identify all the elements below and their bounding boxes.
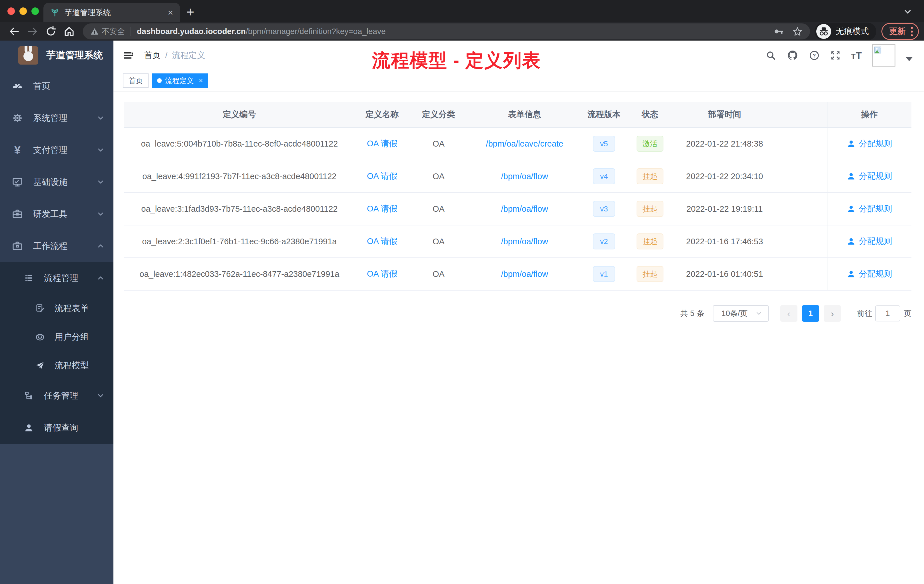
form-link[interactable]: /bpm/oa/flow — [501, 269, 548, 279]
sidebar-item-system[interactable]: 系统管理 — [0, 102, 114, 134]
update-label: 更新 — [889, 26, 906, 37]
version-badge: v2 — [593, 233, 615, 249]
hamburger-icon[interactable] — [123, 50, 134, 61]
form-link[interactable]: /bpm/oa/flow — [501, 172, 548, 181]
definition-name-link[interactable]: OA 请假 — [367, 204, 397, 213]
definition-name-link[interactable]: OA 请假 — [367, 172, 397, 181]
form-link[interactable]: /bpm/oa/flow — [501, 237, 548, 246]
password-key-icon[interactable] — [774, 26, 784, 36]
browser-tab[interactable]: 芋道管理系统 × — [43, 3, 180, 22]
home-icon[interactable] — [60, 26, 78, 37]
cell-definition-id: oa_leave:5:004b710b-7b8a-11ec-8ef0-acde4… — [124, 139, 355, 148]
version-badge: v4 — [593, 168, 615, 184]
goto-label: 前往 — [857, 308, 872, 318]
tag-home[interactable]: 首页 — [123, 73, 148, 88]
sidebar-item-payment[interactable]: ¥ 支付管理 — [0, 134, 114, 166]
definition-name-link[interactable]: OA 请假 — [367, 139, 397, 148]
assign-rule-button[interactable]: 分配规则 — [847, 268, 892, 280]
active-tag-dot — [157, 78, 162, 83]
sidebar-item-workflow[interactable]: 工作流程 — [0, 230, 114, 262]
form-icon — [33, 303, 46, 313]
briefcase-icon — [11, 240, 24, 252]
cell-definition-id: oa_leave:4:991f2193-7b7f-11ec-a3c8-acde4… — [124, 172, 355, 181]
omnibox-divider — [130, 27, 131, 36]
sidebar-item-infrastructure[interactable]: 基础设施 — [0, 166, 114, 198]
assign-rule-button[interactable]: 分配规则 — [847, 236, 892, 247]
tab-search-chevron-icon[interactable] — [903, 7, 912, 16]
cell-category: OA — [410, 204, 467, 214]
fullscreen-icon[interactable] — [830, 50, 841, 61]
cell-deploy-time: 2022-01-22 21:48:38 — [674, 139, 776, 148]
sidebar-item-task-management[interactable]: 任务管理 — [0, 380, 114, 412]
chevron-down-icon — [96, 210, 105, 218]
assign-rule-button[interactable]: 分配规则 — [847, 138, 892, 149]
definition-name-link[interactable]: OA 请假 — [367, 237, 397, 246]
reload-icon[interactable] — [42, 26, 60, 37]
breadcrumb-home[interactable]: 首页 — [144, 50, 160, 61]
help-icon[interactable]: ? — [809, 50, 820, 61]
definition-table: 定义编号 定义名称 定义分类 表单信息 流程版本 状态 部署时间 操作 oa_l… — [124, 102, 911, 290]
page-size-select[interactable]: 10条/页 — [713, 305, 769, 322]
sidebar-item-process-model[interactable]: 流程模型 — [0, 351, 114, 380]
goto-page-input[interactable] — [875, 305, 900, 322]
assign-rule-button[interactable]: 分配规则 — [847, 171, 892, 182]
address-bar[interactable]: 不安全 dashboard.yudao.iocoder.cn/bpm/manag… — [83, 23, 810, 40]
page-content: 定义编号 定义名称 定义分类 表单信息 流程版本 状态 部署时间 操作 oa_l… — [114, 92, 924, 584]
version-badge: v3 — [593, 201, 615, 217]
back-icon[interactable] — [5, 26, 23, 37]
assign-rule-button[interactable]: 分配规则 — [847, 203, 892, 214]
status-badge: 挂起 — [637, 233, 663, 249]
col-deploy-time: 部署时间 — [674, 109, 776, 120]
cell-deploy-time: 2022-01-16 01:40:51 — [674, 269, 776, 279]
form-link[interactable]: /bpm/oa/flow — [501, 204, 548, 213]
chevron-down-icon — [96, 391, 105, 400]
chevron-up-icon — [96, 242, 105, 250]
table-row: oa_leave:2:3c1f0ef1-76b1-11ec-9c66-a2380… — [124, 226, 911, 258]
brand-header[interactable]: 芋道管理系统 — [0, 41, 114, 70]
tag-process-definition[interactable]: 流程定义 × — [152, 73, 208, 88]
sidebar-item-user-group[interactable]: 用户分组 — [0, 323, 114, 351]
sidebar-item-process-management[interactable]: 流程管理 — [0, 262, 114, 294]
cell-deploy-time: 2022-01-16 17:46:53 — [674, 237, 776, 246]
cell-category: OA — [410, 172, 467, 181]
browser-menu-kebab-icon[interactable] — [911, 27, 913, 36]
status-badge: 激活 — [637, 136, 663, 152]
maximize-window-button[interactable] — [31, 7, 39, 15]
search-icon[interactable] — [766, 50, 776, 61]
sidebar-item-leave-query[interactable]: 请假查询 — [0, 412, 114, 444]
close-window-button[interactable] — [7, 7, 15, 15]
sidebar-item-dev-tools[interactable]: 研发工具 — [0, 198, 114, 230]
sidebar-item-process-form[interactable]: 流程表单 — [0, 294, 114, 323]
github-icon[interactable] — [787, 49, 799, 61]
forward-icon[interactable] — [23, 26, 42, 37]
url-host: dashboard.yudao.iocoder.cn — [137, 27, 246, 36]
col-process-version: 流程版本 — [582, 109, 626, 120]
user-menu-caret-icon[interactable] — [906, 57, 912, 61]
page-unit-label: 页 — [904, 308, 911, 318]
definition-name-link[interactable]: OA 请假 — [367, 269, 397, 278]
sidebar-item-home[interactable]: 首页 — [0, 70, 114, 102]
prev-page-button[interactable]: ‹ — [780, 305, 797, 322]
svg-text:?: ? — [813, 53, 816, 59]
bookmark-star-icon[interactable] — [792, 26, 803, 36]
security-warning-icon[interactable]: 不安全 — [90, 26, 125, 36]
chrome-update-button[interactable]: 更新 — [881, 23, 919, 40]
col-actions: 操作 — [827, 102, 911, 127]
minimize-window-button[interactable] — [20, 7, 27, 15]
cell-category: OA — [410, 269, 467, 279]
window-controls[interactable] — [7, 7, 39, 15]
current-page-button[interactable]: 1 — [802, 305, 819, 322]
form-link[interactable]: /bpm/oa/leave/create — [486, 139, 563, 148]
table-header-row: 定义编号 定义名称 定义分类 表单信息 流程版本 状态 部署时间 操作 — [124, 102, 911, 128]
tag-close-icon[interactable]: × — [199, 77, 203, 84]
font-size-icon[interactable]: тT — [851, 50, 862, 61]
top-navbar: 首页 / 流程定义 流程模型 - 定义列表 ? тT — [114, 41, 924, 70]
url-path: /bpm/manager/definition?key=oa_leave — [246, 27, 386, 36]
pagination-total: 共 5 条 — [680, 308, 704, 318]
user-avatar[interactable] — [872, 44, 896, 66]
cell-category: OA — [410, 237, 467, 246]
next-page-button[interactable]: › — [824, 305, 841, 322]
dashboard-icon — [11, 80, 24, 92]
new-tab-button[interactable]: + — [186, 4, 194, 20]
tab-close-icon[interactable]: × — [168, 8, 173, 17]
